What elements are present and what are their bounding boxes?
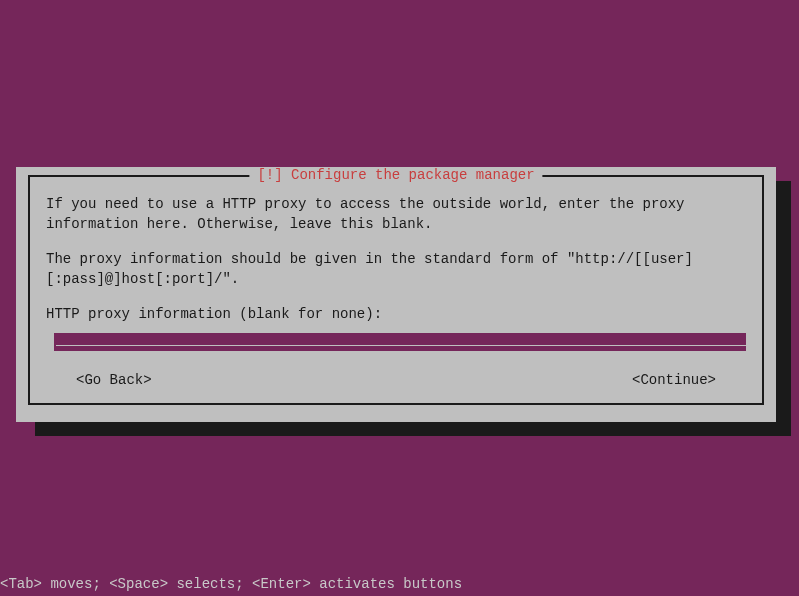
dialog-prompt: HTTP proxy information (blank for none): bbox=[46, 305, 746, 325]
dialog-content: If you need to use a HTTP proxy to acces… bbox=[30, 177, 762, 403]
dialog-paragraph-2: The proxy information should be given in… bbox=[46, 250, 746, 289]
button-row: <Go Back> <Continue> bbox=[46, 351, 746, 391]
continue-button[interactable]: <Continue> bbox=[632, 371, 716, 391]
footer-hint: <Tab> moves; <Space> selects; <Enter> ac… bbox=[0, 576, 462, 592]
dialog-title: [!] Configure the package manager bbox=[249, 167, 542, 183]
go-back-button[interactable]: <Go Back> bbox=[76, 371, 152, 391]
proxy-input[interactable]: ________________________________________… bbox=[54, 333, 746, 351]
dialog-paragraph-1: If you need to use a HTTP proxy to acces… bbox=[46, 195, 746, 234]
dialog-box: [!] Configure the package manager If you… bbox=[28, 175, 764, 405]
